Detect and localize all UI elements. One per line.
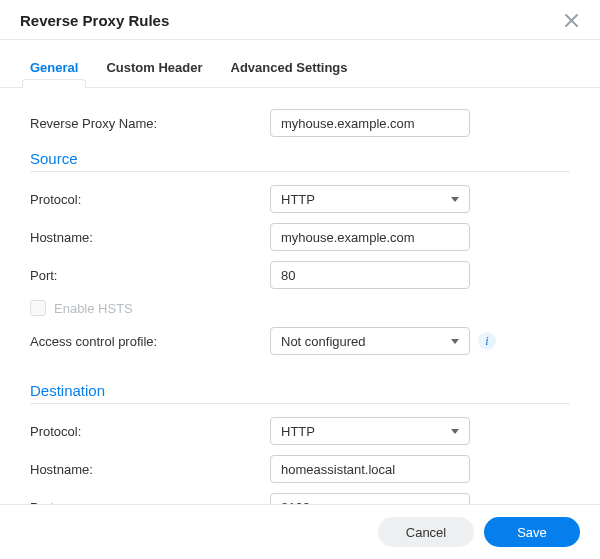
label-dest-hostname: Hostname: — [30, 462, 270, 477]
row-access-control-profile: Access control profile: Not configured i — [30, 324, 570, 358]
close-icon[interactable] — [561, 12, 582, 29]
tab-bar: General Custom Header Advanced Settings — [0, 40, 600, 88]
row-enable-hsts: Enable HSTS — [30, 296, 570, 324]
row-source-hostname: Hostname: — [30, 220, 570, 254]
source-port-input[interactable] — [270, 261, 470, 289]
label-dest-protocol: Protocol: — [30, 424, 270, 439]
row-dest-port: Port: — [30, 490, 570, 504]
row-source-port: Port: — [30, 258, 570, 292]
dialog-title: Reverse Proxy Rules — [20, 12, 169, 29]
label-source-protocol: Protocol: — [30, 192, 270, 207]
chevron-down-icon — [451, 339, 459, 344]
tab-general[interactable]: General — [30, 54, 78, 87]
section-source: Source — [30, 144, 570, 172]
label-access-control-profile: Access control profile: — [30, 334, 270, 349]
source-protocol-value: HTTP — [281, 192, 315, 207]
dialog-body: Reverse Proxy Name: Source Protocol: HTT… — [0, 88, 600, 504]
tab-advanced-label: Advanced Settings — [231, 60, 348, 75]
dialog-footer: Cancel Save — [0, 504, 600, 559]
chevron-down-icon — [451, 429, 459, 434]
tab-general-label: General — [30, 60, 78, 75]
tab-custom-header-label: Custom Header — [106, 60, 202, 75]
row-dest-protocol: Protocol: HTTP — [30, 414, 570, 448]
titlebar: Reverse Proxy Rules — [0, 0, 600, 40]
dest-hostname-input[interactable] — [270, 455, 470, 483]
chevron-down-icon — [451, 197, 459, 202]
label-enable-hsts: Enable HSTS — [54, 301, 133, 316]
tab-custom-header[interactable]: Custom Header — [106, 54, 202, 87]
enable-hsts-checkbox — [30, 300, 46, 316]
access-control-profile-select[interactable]: Not configured — [270, 327, 470, 355]
section-destination: Destination — [30, 376, 570, 404]
label-source-hostname: Hostname: — [30, 230, 270, 245]
row-source-protocol: Protocol: HTTP — [30, 182, 570, 216]
dest-protocol-value: HTTP — [281, 424, 315, 439]
source-protocol-select[interactable]: HTTP — [270, 185, 470, 213]
source-hostname-input[interactable] — [270, 223, 470, 251]
row-reverse-proxy-name: Reverse Proxy Name: — [30, 106, 570, 140]
cancel-button[interactable]: Cancel — [378, 517, 474, 547]
save-button[interactable]: Save — [484, 517, 580, 547]
row-dest-hostname: Hostname: — [30, 452, 570, 486]
label-source-port: Port: — [30, 268, 270, 283]
dest-protocol-select[interactable]: HTTP — [270, 417, 470, 445]
dest-port-input[interactable] — [270, 493, 470, 504]
info-icon[interactable]: i — [478, 332, 496, 350]
access-control-profile-value: Not configured — [281, 334, 366, 349]
reverse-proxy-dialog: Reverse Proxy Rules General Custom Heade… — [0, 0, 600, 559]
reverse-proxy-name-input[interactable] — [270, 109, 470, 137]
label-reverse-proxy-name: Reverse Proxy Name: — [30, 116, 270, 131]
tab-advanced-settings[interactable]: Advanced Settings — [231, 54, 348, 87]
